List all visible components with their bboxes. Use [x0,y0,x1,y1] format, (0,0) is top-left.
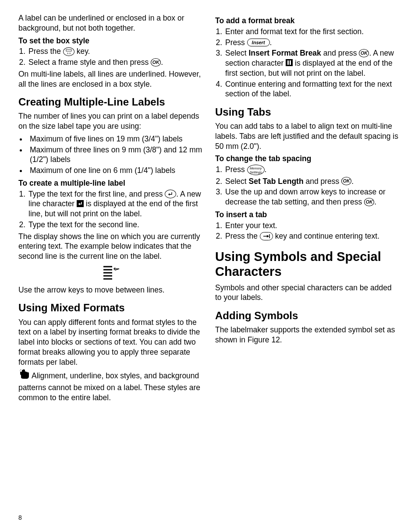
mixed-heading: Using Mixed Formats [18,301,203,314]
svg-point-10 [20,370,22,372]
create-multiline-heading: To create a multiple-line label [18,178,203,188]
multiline-heading: Creating Multiple-Line Labels [18,95,203,109]
tab-key-icon [260,232,273,240]
text-bold: Insert Format Break [249,49,321,57]
memory-label: Memory [248,166,264,170]
text: . [351,177,354,186]
text: Type the text for the first line, and pr… [28,190,165,198]
svg-text:A: A [67,52,69,55]
text: key and continue entering text. [273,232,379,240]
box-style-note: On multi-line labels, all lines are unde… [18,69,203,89]
it-step-2: Press the key and continue entering text… [224,231,400,241]
settings-label: Settings [248,170,264,174]
svg-marker-14 [267,235,269,238]
multiline-intro: The number of lines you can print on a l… [18,111,203,131]
insert-key-icon: Insert [247,39,270,46]
ok-icon: OK [364,198,374,206]
text: Select a frame style and then press [28,58,151,67]
it-step-1: Enter your text. [224,221,400,231]
fb-step-3: Select Insert Format Break and press OK.… [224,48,400,78]
ok-icon: OK [151,58,161,67]
format-break-heading: To add a format break [215,16,400,26]
text: . [270,38,272,47]
svg-text:A: A [69,52,71,55]
enter-key-icon [165,190,176,198]
text: Use the up and down arrow keys to increa… [225,187,386,206]
box-intro: A label can be underlined or enclosed in… [18,13,203,33]
text: . [374,197,376,206]
text: Press the [225,232,260,240]
box-style-heading: To set the box style [18,36,203,46]
pointer-icon [18,369,31,382]
symbols-heading: Using Symbols and Special Characters [215,249,400,279]
line-indicator-figure [18,264,203,283]
text: and press [304,177,342,186]
text: . [161,58,163,67]
ok-icon: OK [359,49,369,57]
ts-step-3: Use the up and down arrow keys to increa… [224,187,400,207]
text: Select [225,177,249,186]
svg-rect-11 [287,60,289,65]
box-key-icon: AA [63,47,74,56]
text: Press [225,38,247,47]
ml-step-1: Type the text for the first line, and pr… [28,189,203,219]
box-step-2: Select a frame style and then press OK. [28,57,203,67]
ml-step-2: Type the text for the second line. [28,220,203,230]
text: and press [321,49,359,57]
ok-icon: OK [341,177,351,185]
text: Press the [28,47,63,56]
adding-symbols-heading: Adding Symbols [215,309,400,322]
text: Alignment, underline, box styles, and ba… [18,371,200,402]
ml-display-note: The display shows the line on which you … [18,232,203,261]
svg-rect-0 [66,49,71,51]
page-number: 8 [18,514,22,521]
text: . [265,165,267,174]
text: key. [74,47,90,56]
settings-key-icon: MemorySettings [247,165,265,175]
section-char-icon [286,59,293,66]
ml-arrow-note: Use the arrow keys to move between lines… [18,285,203,295]
tabs-heading: Using Tabs [215,105,400,119]
fb-step-4: Continue entering and formatting text fo… [224,79,400,99]
bullet-1: Maximum of five lines on 19 mm (3/4") la… [27,134,203,144]
ts-step-1: Press MemorySettings. [224,165,400,175]
adding-symbols-p1: The labelmaker supports the extended sym… [215,325,400,345]
bullet-3: Maximum of one line on 6 mm (1/4") label… [27,166,203,176]
tab-spacing-heading: To change the tab spacing [215,154,400,164]
box-step-1: Press the AA key. [28,46,203,56]
bullet-2: Maximum of three lines on 9 mm (3/8") an… [27,145,203,165]
newline-char-icon [77,200,84,207]
mixed-tip: Alignment, underline, box styles, and ba… [18,370,203,402]
symbols-p1: Symbols and other special characters can… [215,283,400,303]
svg-rect-12 [290,60,291,65]
insert-tab-heading: To insert a tab [215,210,400,220]
mixed-p1: You can apply different fonts and format… [18,317,203,367]
fb-step-2: Press Insert. [224,38,400,48]
text: Select [225,49,249,57]
text-bold: Set Tab Length [249,177,304,186]
tabs-p1: You can add tabs to a label to align tex… [215,121,400,151]
text: Press [225,165,247,174]
fb-step-1: Enter and format text for the first sect… [224,27,400,37]
ts-step-2: Select Set Tab Length and press OK. [224,176,400,187]
